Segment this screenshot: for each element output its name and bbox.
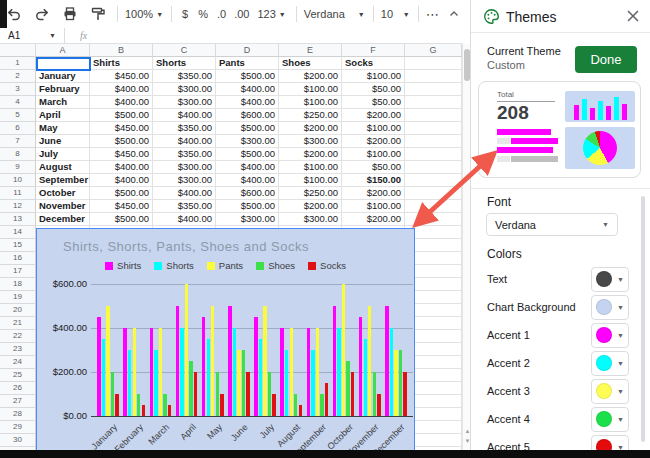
cell-B10[interactable]: $400.00 — [90, 174, 153, 187]
cell-C1[interactable]: Shorts — [153, 57, 216, 70]
row-header-26[interactable]: 26 — [0, 382, 36, 395]
row-header-7[interactable]: 7 — [0, 135, 36, 148]
cell-G6[interactable] — [405, 122, 462, 135]
row-header-5[interactable]: 5 — [0, 109, 36, 122]
cell-F6[interactable]: $100.00 — [342, 122, 405, 135]
cell-F10[interactable]: $150.00 — [342, 174, 405, 187]
cell-C10[interactable]: $300.00 — [153, 174, 216, 187]
cell-B2[interactable]: $450.00 — [90, 70, 153, 83]
cell-D6[interactable]: $500.00 — [216, 122, 279, 135]
cell-B3[interactable]: $400.00 — [90, 83, 153, 96]
cell-B7[interactable]: $500.00 — [90, 135, 153, 148]
cell-B5[interactable]: $500.00 — [90, 109, 153, 122]
collapse-toolbar-icon[interactable] — [448, 8, 460, 20]
color-picker-accent-5[interactable]: ▼ — [591, 435, 629, 451]
cell-E10[interactable]: $100.00 — [279, 174, 342, 187]
cell-A10[interactable]: September — [36, 174, 90, 187]
row-header-15[interactable]: 15 — [0, 239, 36, 252]
row-header-20[interactable]: 20 — [0, 304, 36, 317]
cell-E3[interactable]: $100.00 — [279, 83, 342, 96]
row-header-14[interactable]: 14 — [0, 226, 36, 239]
cell-F7[interactable]: $200.00 — [342, 135, 405, 148]
cell-A7[interactable]: June — [36, 135, 90, 148]
row-header-24[interactable]: 24 — [0, 356, 36, 369]
cell-G11[interactable] — [405, 187, 462, 200]
paint-format-icon[interactable] — [90, 6, 106, 22]
cell-D5[interactable]: $600.00 — [216, 109, 279, 122]
cell-G10[interactable] — [405, 174, 462, 187]
undo-icon[interactable] — [6, 6, 22, 22]
cell-B9[interactable]: $400.00 — [90, 161, 153, 174]
row-header-6[interactable]: 6 — [0, 122, 36, 135]
chevron-down-icon[interactable]: ▼ — [49, 32, 56, 39]
cell-D7[interactable]: $300.00 — [216, 135, 279, 148]
decrease-decimal-button[interactable]: .0 — [217, 8, 226, 20]
row-header-29[interactable]: 29 — [0, 421, 36, 434]
cell-D4[interactable]: $400.00 — [216, 96, 279, 109]
cell-G12[interactable] — [405, 200, 462, 213]
cell-D2[interactable]: $500.00 — [216, 70, 279, 83]
color-picker-chart-background[interactable]: ▼ — [591, 295, 629, 320]
row-header-11[interactable]: 11 — [0, 187, 36, 200]
cell-D3[interactable]: $400.00 — [216, 83, 279, 96]
cell-G2[interactable] — [405, 70, 462, 83]
cell-F12[interactable]: $100.00 — [342, 200, 405, 213]
cell-E4[interactable]: $100.00 — [279, 96, 342, 109]
cell-C2[interactable]: $350.00 — [153, 70, 216, 83]
cell-A4[interactable]: March — [36, 96, 90, 109]
row-header-17[interactable]: 17 — [0, 265, 36, 278]
cell-A2[interactable]: January — [36, 70, 90, 83]
more-toolbar-button[interactable]: ⋯ — [426, 7, 439, 22]
cell-F8[interactable]: $100.00 — [342, 148, 405, 161]
row-header-2[interactable]: 2 — [0, 70, 36, 83]
column-header-A[interactable]: A — [36, 44, 90, 57]
cell-A12[interactable]: November — [36, 200, 90, 213]
cell-F9[interactable]: $50.00 — [342, 161, 405, 174]
font-size-select[interactable]: 10 ▼ — [379, 8, 413, 20]
redo-icon[interactable] — [34, 6, 50, 22]
cell-D9[interactable]: $400.00 — [216, 161, 279, 174]
cell-E5[interactable]: $250.00 — [279, 109, 342, 122]
column-header-C[interactable]: C — [153, 44, 216, 57]
cell-B13[interactable]: $500.00 — [90, 213, 153, 226]
cell-E12[interactable]: $200.00 — [279, 200, 342, 213]
cell-E8[interactable]: $200.00 — [279, 148, 342, 161]
format-percent-button[interactable]: % — [198, 8, 208, 20]
cell-A3[interactable]: February — [36, 83, 90, 96]
cell-C5[interactable]: $400.00 — [153, 109, 216, 122]
cell-E13[interactable]: $300.00 — [279, 213, 342, 226]
color-picker-accent-2[interactable]: ▼ — [591, 351, 629, 376]
cell-G8[interactable] — [405, 148, 462, 161]
cell-D10[interactable]: $400.00 — [216, 174, 279, 187]
cell-G4[interactable] — [405, 96, 462, 109]
cell-D1[interactable]: Pants — [216, 57, 279, 70]
select-all-corner[interactable] — [0, 44, 36, 57]
row-header-30[interactable]: 30 — [0, 434, 36, 447]
cell-C11[interactable]: $400.00 — [153, 187, 216, 200]
row-header-23[interactable]: 23 — [0, 343, 36, 356]
row-header-8[interactable]: 8 — [0, 148, 36, 161]
cell-E6[interactable]: $200.00 — [279, 122, 342, 135]
cell-C13[interactable]: $400.00 — [153, 213, 216, 226]
more-formats-button[interactable]: 123 ▼ — [255, 8, 288, 20]
formula-input[interactable] — [87, 28, 462, 43]
column-header-D[interactable]: D — [216, 44, 279, 57]
cell-A8[interactable]: July — [36, 148, 90, 161]
row-header-3[interactable]: 3 — [0, 83, 36, 96]
cell-C12[interactable]: $350.00 — [153, 200, 216, 213]
row-header-16[interactable]: 16 — [0, 252, 36, 265]
cell-G1[interactable] — [405, 57, 462, 70]
row-header-10[interactable]: 10 — [0, 174, 36, 187]
cell-F11[interactable]: $200.00 — [342, 187, 405, 200]
close-icon[interactable] — [626, 9, 640, 23]
cell-G9[interactable] — [405, 161, 462, 174]
cell-F2[interactable]: $100.00 — [342, 70, 405, 83]
cell-D13[interactable]: $300.00 — [216, 213, 279, 226]
theme-preview-card[interactable]: Total 208 — [478, 81, 641, 178]
cell-A11[interactable]: October — [36, 187, 90, 200]
cell-B6[interactable]: $450.00 — [90, 122, 153, 135]
cell-G13[interactable] — [405, 213, 462, 226]
cell-G7[interactable] — [405, 135, 462, 148]
row-header-4[interactable]: 4 — [0, 96, 36, 109]
row-header-27[interactable]: 27 — [0, 395, 36, 408]
